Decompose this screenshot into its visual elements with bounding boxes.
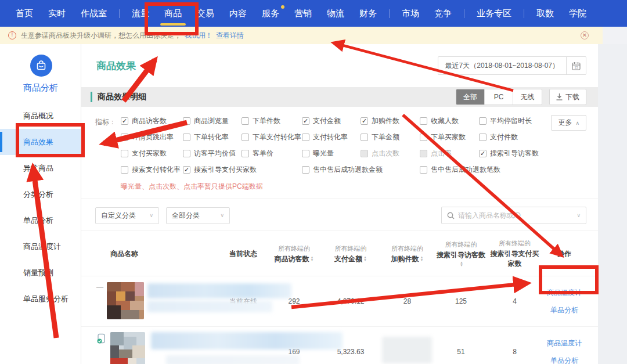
checkbox-pay-conversion[interactable] bbox=[302, 134, 309, 141]
metric-label: 平均停留时长 bbox=[490, 116, 532, 126]
checkbox-order-buyers[interactable] bbox=[420, 134, 427, 141]
chevron-down-icon: ∨ bbox=[149, 212, 153, 218]
page-margin bbox=[598, 44, 627, 364]
nav-item-competition[interactable]: 竞争 bbox=[427, 0, 459, 27]
checkbox-search-pay-conversion[interactable] bbox=[121, 166, 128, 174]
date-range-picker[interactable]: 最近7天（2018-08-01~2018-08-07） 15 bbox=[438, 56, 586, 75]
checkbox-visitor-avg-value[interactable] bbox=[183, 150, 190, 157]
checkbox-favorites[interactable] bbox=[420, 117, 427, 125]
nav-separator bbox=[524, 9, 524, 18]
table-row: 169 5,323.63 18 51 8 商品温度计 单品分析 bbox=[81, 326, 598, 364]
notice-try-link[interactable]: 我试用！ bbox=[185, 31, 212, 41]
nav-item-market[interactable]: 市场 bbox=[394, 0, 427, 27]
checkbox-pay-amount[interactable] bbox=[302, 117, 309, 125]
nav-item-traffic[interactable]: 流量 bbox=[124, 0, 157, 27]
mobile-verified-icon bbox=[96, 333, 107, 344]
col-product-name: 商品名称 bbox=[110, 250, 138, 258]
section-title: 商品效果明细 bbox=[91, 92, 146, 102]
checkbox-search-guided-visitors[interactable] bbox=[479, 150, 487, 157]
single-product-analysis-link[interactable]: 单品分析 bbox=[550, 356, 578, 364]
table-header: 商品名称 当前状态 所有终端的商品访客数▲▼ 所有终端的支付金额▲▼ 所有终端的… bbox=[81, 230, 598, 276]
nav-item-logistics[interactable]: 物流 bbox=[319, 0, 352, 27]
metric-label: 支付件数 bbox=[490, 132, 518, 142]
single-product-analysis-link[interactable]: 单品分析 bbox=[550, 305, 578, 315]
checkbox-ctr[interactable] bbox=[420, 150, 427, 157]
nav-item-realtime[interactable]: 实时 bbox=[41, 0, 73, 27]
checkbox-order-pay-conversion[interactable] bbox=[242, 134, 249, 141]
sort-icon[interactable]: ▲▼ bbox=[311, 256, 314, 262]
checkbox-refund-amount[interactable] bbox=[302, 166, 309, 174]
row-visitors: 292 bbox=[266, 297, 322, 305]
sidebar-item-sales-forecast[interactable]: 销量预测 bbox=[0, 260, 81, 286]
tab-all[interactable]: 全部 bbox=[456, 89, 485, 104]
sidebar-item-single-product-analysis[interactable]: 单品分析 bbox=[0, 207, 81, 233]
all-category-select[interactable]: 全部分类∨ bbox=[166, 207, 230, 224]
product-search-box[interactable]: ∨ bbox=[441, 207, 586, 224]
sidebar-item-product-overview[interactable]: 商品概况 bbox=[0, 103, 81, 129]
nav-separator bbox=[464, 9, 464, 18]
nav-item-finance[interactable]: 财务 bbox=[352, 0, 384, 27]
notice-detail-link[interactable]: 查看详情 bbox=[216, 31, 244, 41]
close-icon[interactable]: ✕ bbox=[581, 31, 589, 39]
checkbox-impressions[interactable] bbox=[302, 150, 309, 157]
checkbox-search-guided-pay-buyers[interactable] bbox=[183, 166, 190, 174]
nav-item-marketing[interactable]: 营销 bbox=[287, 0, 319, 27]
checkbox-clicks[interactable] bbox=[361, 150, 368, 157]
custom-category-select[interactable]: 自定义分类∨ bbox=[95, 207, 159, 224]
sidebar-item-product-effect[interactable]: 商品效果 bbox=[0, 129, 81, 155]
col-current-status: 当前状态 bbox=[229, 250, 257, 258]
checkbox-order-amount[interactable] bbox=[361, 134, 368, 141]
sidebar-item-product-thermometer[interactable]: 商品温度计 bbox=[0, 233, 81, 260]
all-category-value: 全部分类 bbox=[172, 211, 200, 221]
sidebar-item-abnormal-products[interactable]: 异常商品 bbox=[0, 155, 81, 181]
sort-icon[interactable]: ▲▼ bbox=[363, 256, 367, 262]
metrics-note: 曝光量、点击次数、点击率暂只提供PC端数据 bbox=[121, 182, 586, 192]
calendar-icon[interactable]: 15 bbox=[566, 57, 586, 74]
sidebar-item-category-analysis[interactable]: 分类分析 bbox=[0, 181, 81, 207]
terminal-segmented-control: 全部 PC 无线 bbox=[456, 89, 542, 105]
tab-wireless[interactable]: 无线 bbox=[513, 89, 542, 104]
checkbox-avg-stay-time[interactable] bbox=[479, 117, 487, 125]
nav-item-business-zone[interactable]: 业务专区 bbox=[469, 0, 519, 27]
product-image-blurred bbox=[110, 332, 145, 364]
main-content: 商品效果 最近7天（2018-08-01~2018-08-07） 15 商品效果… bbox=[81, 44, 598, 364]
col-product-visitors: 商品访客数 bbox=[275, 255, 309, 263]
top-nav: 首页 实时 作战室 流量 商品 交易 内容 服务 营销 物流 财务 市场 竞争 … bbox=[0, 0, 627, 27]
search-input[interactable] bbox=[458, 211, 573, 219]
nav-item-content[interactable]: 内容 bbox=[222, 0, 254, 27]
checkbox-pay-buyers[interactable] bbox=[121, 150, 128, 157]
metric-label: 搜索引导支付买家数 bbox=[194, 165, 257, 175]
sort-icon[interactable]: ▲▼ bbox=[420, 256, 424, 262]
notice-bar: ! 生意参谋商品板块升级小调研，想怎么用由你决定， 我试用！ 查看详情 ✕ bbox=[0, 27, 603, 44]
row-search-visitors: 125 bbox=[435, 297, 487, 305]
checkbox-order-conversion[interactable] bbox=[183, 134, 190, 141]
product-thermometer-link[interactable]: 商品温度计 bbox=[547, 338, 582, 348]
checkbox-product-visitors[interactable] bbox=[121, 117, 128, 125]
download-button[interactable]: 下载 bbox=[549, 89, 586, 105]
metric-label: 点击率 bbox=[431, 149, 452, 158]
nav-item-warroom[interactable]: 作战室 bbox=[73, 0, 114, 27]
checkbox-refund-count[interactable] bbox=[420, 166, 427, 174]
metric-label: 下单件数 bbox=[253, 116, 280, 126]
sidebar-item-single-product-service[interactable]: 单品服务分析 bbox=[0, 286, 81, 312]
checkbox-avg-order-value[interactable] bbox=[242, 150, 249, 157]
nav-item-data-fetch[interactable]: 取数 bbox=[529, 0, 561, 27]
row-cart-items: 28 bbox=[380, 297, 435, 305]
metric-label: 收藏人数 bbox=[431, 116, 459, 126]
nav-item-products[interactable]: 商品 bbox=[157, 0, 189, 27]
checkbox-cart-items[interactable] bbox=[361, 117, 368, 125]
nav-item-trade[interactable]: 交易 bbox=[189, 0, 222, 27]
checkbox-order-items[interactable] bbox=[242, 117, 249, 125]
checkbox-detail-bounce-rate[interactable] bbox=[121, 134, 128, 141]
row-search-visitors: 51 bbox=[435, 348, 487, 356]
checkbox-pay-items[interactable] bbox=[479, 134, 487, 141]
checkbox-product-pageviews[interactable] bbox=[183, 117, 190, 125]
nav-item-service[interactable]: 服务 bbox=[254, 0, 287, 27]
more-button[interactable]: 更多∧ bbox=[551, 115, 586, 131]
nav-item-academy[interactable]: 学院 bbox=[561, 0, 594, 27]
product-analysis-icon bbox=[30, 55, 52, 77]
nav-item-home[interactable]: 首页 bbox=[8, 0, 41, 27]
product-thermometer-link[interactable]: 商品温度计 bbox=[547, 288, 582, 298]
sort-icon[interactable]: ▲▼ bbox=[460, 261, 463, 267]
tab-pc[interactable]: PC bbox=[485, 89, 513, 104]
